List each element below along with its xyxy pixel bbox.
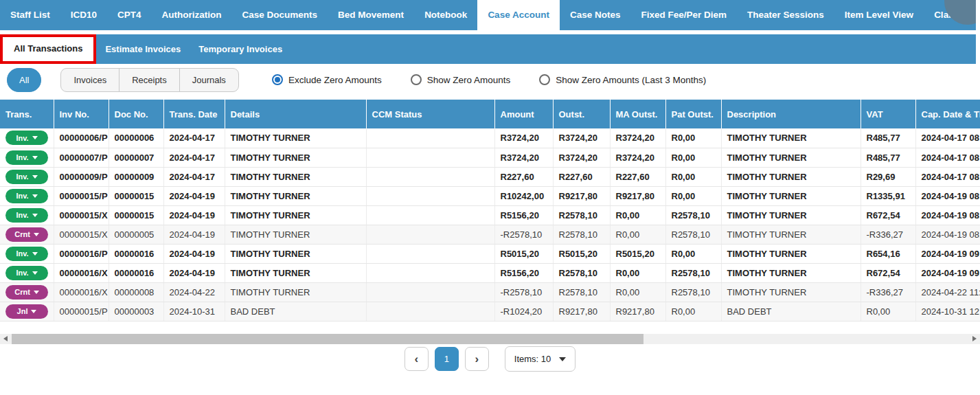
ma-outst-cell: R5015,20 [610,244,665,263]
trans-type-badge[interactable]: Inv. [5,208,48,223]
nav-tab-case-documents[interactable]: Case Documents [232,0,328,30]
trans-type-cell: Inv. [0,244,54,263]
filter-invoices-button[interactable]: Invoices [60,68,119,92]
radio-show-zero-amounts[interactable]: Show Zero Amounts [411,74,511,85]
amount-cell: R5015,20 [494,244,553,263]
outst-cell: R3724,20 [553,148,610,167]
subnav-tab-temporary-invoices[interactable]: Temporary Invoices [190,34,291,64]
nav-tab-bed-movement[interactable]: Bed Movement [328,0,414,30]
nav-tab-fixed-fee-per-diem[interactable]: Fixed Fee/Per Diem [630,0,737,30]
trans-type-badge[interactable]: Inv. [5,247,48,261]
badge-label: Inv. [16,211,28,219]
ccm-status-cell [366,302,494,321]
vat-cell: R654,16 [861,244,915,263]
inv-no-cell: 00000016/P [54,244,109,263]
nav-tab-authorization[interactable]: Authorization [152,0,232,30]
pagination: ‹ 1 › Items: 10 [0,346,980,372]
trans-date-cell: 2024-04-17 [163,167,225,186]
outst-cell: R227,60 [553,167,610,186]
nav-tab-icd10[interactable]: ICD10 [60,0,107,30]
trans-type-badge[interactable]: Inv. [5,150,48,165]
column-header-inv-no: Inv No. [54,100,109,128]
table-row: Crnt00000015/X000000052024-04-19TIMOTHY … [0,225,980,244]
outst-cell: R9217,80 [553,302,610,321]
radio-exclude-zero-amounts[interactable]: Exclude Zero Amounts [272,74,382,85]
trans-type-badge[interactable]: Crnt [5,285,48,300]
nav-tab-cpt4[interactable]: CPT4 [107,0,152,30]
radio-button-icon[interactable] [411,74,422,85]
amount-cell: R3724,20 [494,148,553,167]
column-header-outst: Outst. [553,100,610,128]
trans-type-cell: Inv. [0,128,54,148]
radio-button-icon[interactable] [272,74,283,85]
trans-type-badge[interactable]: Inv. [5,189,48,203]
ma-outst-cell: R0,00 [610,282,665,302]
trans-type-badge[interactable]: Inv. [5,170,48,184]
description-cell: TIMOTHY TURNER [721,148,861,167]
pat-outst-cell: R0,00 [665,167,721,186]
table-row: Inv.00000016/X000000162024-04-19TIMOTHY … [0,263,980,282]
chevron-down-icon [559,357,566,361]
vat-cell: R672,54 [861,205,915,225]
pat-outst-cell: R2578,10 [665,263,721,282]
trans-type-badge[interactable]: Jnl [5,304,48,319]
table-row: Jnl00000015/P000000032024-10-31BAD DEBT-… [0,302,980,321]
trans-type-badge[interactable]: Inv. [5,266,48,280]
scroll-right-arrow-icon[interactable] [972,336,977,341]
filter-button-group: InvoicesReceiptsJournals [60,68,238,92]
ccm-status-cell [366,244,494,263]
filter-receipts-button[interactable]: Receipts [119,68,180,92]
description-cell: TIMOTHY TURNER [721,263,861,282]
trans-type-cell: Jnl [0,302,54,321]
amount-cell: R10242,00 [494,186,553,205]
trans-type-badge[interactable]: Crnt [5,227,48,242]
table-row: Inv.00000015/P000000152024-04-19TIMOTHY … [0,186,980,205]
outst-cell: R2578,10 [553,282,610,302]
nav-tab-notebook[interactable]: Notebook [414,0,477,30]
nav-tab-case-notes[interactable]: Case Notes [560,0,631,30]
column-header-pat-outst: Pat Outst. [665,100,721,128]
nav-tab-item-level-view[interactable]: Item Level View [834,0,924,30]
radio-button-icon[interactable] [539,74,550,85]
ccm-status-cell [366,148,494,167]
nav-tab-case-account[interactable]: Case Account [477,0,560,30]
description-cell: BAD DEBT [721,302,861,321]
items-per-page-select[interactable]: Items: 10 [505,346,576,372]
doc-no-cell: 00000009 [109,167,163,186]
amount-cell: R5156,20 [494,263,553,282]
current-page-button[interactable]: 1 [435,347,459,371]
doc-no-cell: 00000015 [109,186,163,205]
scroll-left-arrow-icon[interactable] [3,336,8,341]
cap-date-cell: 2024-04-19 08:24 [915,225,980,244]
trans-type-badge[interactable]: Inv. [5,131,48,145]
radio-show-zero-amounts-last-3-months[interactable]: Show Zero Amounts (Last 3 Months) [539,74,706,85]
ma-outst-cell: R3724,20 [610,148,665,167]
details-cell: TIMOTHY TURNER [225,225,366,244]
filter-all-button[interactable]: All [7,68,41,92]
details-cell: TIMOTHY TURNER [225,205,366,225]
outst-cell: R9217,80 [553,186,610,205]
table-row: Inv.00000006/P000000062024-04-17TIMOTHY … [0,128,980,148]
details-cell: BAD DEBT [225,302,366,321]
trans-date-cell: 2024-04-22 [163,282,225,302]
cap-date-cell: 2024-04-19 08:18 [915,186,980,205]
vat-cell: -R336,27 [861,225,915,244]
nav-tab-theater-sessions[interactable]: Theater Sessions [737,0,834,30]
cap-date-cell: 2024-04-19 09:07 [915,244,980,263]
horizontal-scrollbar[interactable] [0,334,980,344]
subnav-tab-estimate-invoices[interactable]: Estimate Invoices [96,34,190,64]
transactions-table-wrap: Trans.Inv No.Doc No.Trans. DateDetailsCC… [0,100,980,321]
nav-tab-staff-list[interactable]: Staff List [0,0,60,30]
ccm-status-cell [366,186,494,205]
scrollbar-thumb[interactable] [12,334,643,344]
pat-outst-cell: R0,00 [665,244,721,263]
ma-outst-cell: R9217,80 [610,302,665,321]
badge-label: Inv. [16,172,28,181]
prev-page-button[interactable]: ‹ [404,347,429,371]
filter-journals-button[interactable]: Journals [179,68,239,92]
amount-cell: R3724,20 [494,128,553,148]
subnav-tab-all-transactions[interactable]: All Transactions [0,34,96,64]
pat-outst-cell: R2578,10 [665,282,721,302]
inv-no-cell: 00000009/P [54,167,109,186]
next-page-button[interactable]: › [465,347,489,371]
